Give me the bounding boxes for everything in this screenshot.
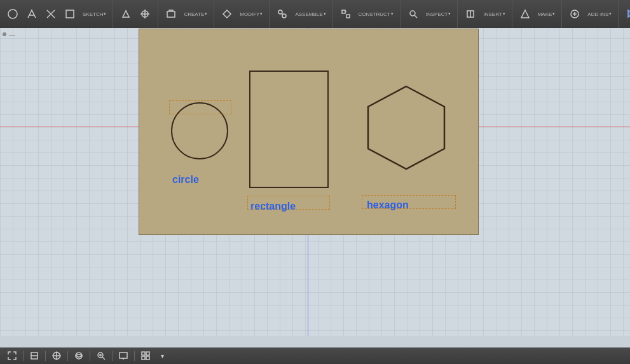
construct-icon-btn[interactable] (337, 1, 355, 27)
toolbar-group-sketch: SKETCH ▾ (0, 0, 113, 28)
create-arrow: ▾ (205, 11, 207, 17)
indicator-dash: — (9, 31, 15, 38)
make-menu-btn[interactable]: MAKE ▾ (535, 1, 558, 27)
topleft-indicator: — (0, 28, 51, 41)
sketch-arrow: ▾ (104, 11, 106, 17)
svg-rect-29 (120, 353, 127, 358)
bottom-btn-zoom[interactable] (94, 349, 108, 362)
construct-arrow: ▾ (391, 11, 394, 17)
toolbar-group-insert: INSERT ▾ (458, 0, 512, 28)
inspect-label: INSPECT (426, 11, 448, 17)
insert-icon-btn[interactable] (462, 1, 479, 27)
rectangle-shape (249, 71, 329, 188)
svg-point-15 (410, 11, 415, 16)
inspect-arrow: ▾ (448, 11, 451, 17)
modify-icon-btn[interactable] (218, 1, 236, 27)
grid-arrow-icon: ▾ (161, 353, 164, 360)
bottom-sep-2 (45, 351, 46, 361)
make-label: MAKE (538, 11, 552, 17)
toolbar-icon-btn-3[interactable] (42, 1, 60, 27)
toolbar-group-create: CREATE ▾ (158, 0, 214, 28)
svg-rect-32 (142, 352, 145, 355)
insert-arrow: ▾ (503, 11, 505, 17)
hexagon-label: hexagon (367, 199, 409, 211)
create-menu-btn[interactable]: CREATE ▾ (181, 1, 210, 27)
bottom-btn-frame[interactable] (27, 349, 41, 362)
bottom-toolbar: ▾ (0, 347, 630, 364)
assemble-label: ASSEMBLE (295, 11, 322, 17)
toolbar-group-make: MAKE ▾ (512, 0, 563, 28)
modify-menu-btn[interactable]: MODIFY ▾ (237, 1, 265, 27)
svg-marker-21 (368, 86, 444, 169)
assemble-arrow: ▾ (324, 11, 326, 17)
bottom-btn-zoom-fit[interactable] (5, 349, 19, 362)
toolbar-icon-btn-5[interactable] (117, 1, 135, 27)
bottom-btn-orbit[interactable] (72, 349, 86, 362)
select-icon-btn[interactable] (622, 1, 630, 27)
modify-label: MODIFY (240, 11, 259, 17)
toolbar-icon-btn-4[interactable] (61, 1, 79, 27)
sketch-menu-btn[interactable]: SKETCH ▾ (80, 1, 109, 27)
toolbar-group-modify: MODIFY ▾ (214, 0, 270, 28)
sketch-label: SKETCH (83, 11, 103, 17)
svg-rect-33 (146, 352, 149, 355)
insert-menu-btn[interactable]: INSERT ▾ (481, 1, 507, 27)
make-icon-btn[interactable] (516, 1, 534, 27)
construct-menu-btn[interactable]: CONSTRUCT ▾ (356, 1, 396, 27)
bottom-sep-3 (67, 351, 68, 361)
toolbar-group-assemble: ASSEMBLE ▾ (270, 0, 332, 28)
svg-rect-34 (142, 356, 145, 360)
indicator-dot (3, 32, 6, 36)
svg-rect-13 (346, 15, 350, 18)
toolbar-group-select: SELECT ▾ (619, 0, 630, 28)
addins-icon-btn[interactable] (566, 1, 584, 27)
bottom-sep-1 (23, 351, 24, 361)
bottom-sep-4 (90, 351, 90, 361)
svg-point-24 (76, 353, 82, 359)
svg-rect-8 (167, 11, 175, 17)
svg-rect-12 (342, 10, 345, 13)
canvas-area[interactable]: circle rectangle hexagon — (0, 0, 630, 336)
bottom-btn-pan[interactable] (50, 349, 64, 362)
svg-line-16 (414, 15, 417, 18)
inspect-menu-btn[interactable]: INSPECT ▾ (423, 1, 454, 27)
bottom-sep-5 (112, 351, 113, 361)
toolbar-group-construct: CONSTRUCT ▾ (333, 0, 401, 28)
hexagon-shape (359, 80, 454, 175)
addins-label: ADD-INS (587, 11, 608, 17)
toolbar-icon-btn-2[interactable] (23, 1, 41, 27)
toolbar-icon-btn-6[interactable] (136, 1, 154, 27)
bottom-btn-grid-arrow[interactable]: ▾ (155, 349, 169, 362)
addins-menu-btn[interactable]: ADD-INS ▾ (585, 1, 614, 27)
main-toolbar: SKETCH ▾ CREATE (0, 0, 630, 28)
toolbar-group-icons-2 (113, 0, 158, 28)
svg-rect-4 (66, 10, 74, 18)
assemble-icon-btn[interactable] (273, 1, 291, 27)
viewport[interactable]: circle rectangle hexagon (139, 29, 479, 235)
modify-arrow: ▾ (260, 11, 263, 17)
toolbar-group-inspect: INSPECT ▾ (401, 0, 458, 28)
construct-label: CONSTRUCT (359, 11, 390, 17)
svg-line-11 (282, 13, 283, 15)
svg-marker-19 (521, 10, 529, 18)
toolbar-icon-btn-1[interactable] (4, 1, 22, 27)
bottom-btn-display[interactable] (116, 349, 130, 362)
create-label: CREATE (184, 11, 204, 17)
addins-arrow: ▾ (609, 11, 612, 17)
svg-point-0 (8, 10, 17, 18)
bottom-btn-grid[interactable] (139, 349, 153, 362)
toolbar-group-addins: ADD-INS ▾ (562, 0, 619, 28)
make-arrow: ▾ (552, 11, 555, 17)
assemble-menu-btn[interactable]: ASSEMBLE ▾ (292, 1, 328, 27)
svg-line-26 (102, 357, 105, 360)
circle-label: circle (172, 174, 199, 185)
svg-rect-35 (146, 356, 149, 360)
insert-label: INSERT (483, 11, 502, 17)
bottom-sep-6 (134, 351, 135, 361)
rectangle-label: rectangle (250, 201, 296, 212)
inspect-icon-btn[interactable] (404, 1, 422, 27)
create-icon-btn[interactable] (162, 1, 180, 27)
circle-bounding-box (169, 100, 231, 114)
